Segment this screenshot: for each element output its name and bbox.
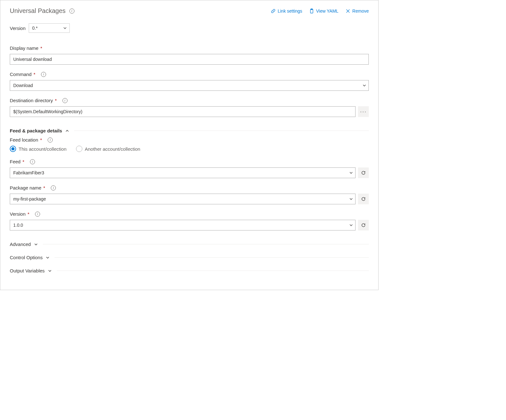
display-name-label: Display name *: [10, 45, 42, 51]
package-name-label: Package name *: [10, 185, 45, 190]
chevron-down-icon: [46, 256, 50, 260]
task-version-label: Version: [10, 26, 26, 31]
link-icon: [271, 9, 276, 14]
feed-select[interactable]: FabrikamFiber3: [10, 167, 356, 178]
info-icon[interactable]: i: [51, 185, 56, 190]
task-version-value: 0.*: [32, 26, 38, 31]
link-settings-button[interactable]: Link settings: [271, 9, 302, 14]
browse-button[interactable]: ···: [358, 106, 369, 117]
close-icon: [345, 9, 350, 14]
version-value: 1.0.0: [13, 223, 23, 228]
version-select[interactable]: 1.0.0: [10, 220, 356, 230]
package-name-value: my-first-package: [13, 196, 46, 201]
info-icon[interactable]: i: [41, 72, 46, 77]
chevron-down-icon: [362, 84, 366, 87]
refresh-icon: [361, 170, 366, 175]
destination-field: Destination directory * i ···: [10, 98, 369, 117]
section-control-options[interactable]: Control Options: [10, 251, 369, 264]
section-advanced[interactable]: Advanced: [10, 237, 369, 251]
radio-circle-icon: [76, 146, 82, 152]
command-value: Download: [13, 83, 33, 88]
display-name-field: Display name *: [10, 45, 369, 65]
section-advanced-label: Advanced: [10, 242, 31, 247]
version-label: Version *: [10, 211, 29, 217]
chevron-down-icon: [349, 197, 353, 201]
destination-input[interactable]: [10, 106, 356, 117]
remove-label: Remove: [352, 9, 369, 14]
radio-this-label: This account/collection: [19, 146, 67, 152]
view-yaml-label: View YAML: [316, 9, 338, 14]
task-version-row: Version 0.*: [10, 23, 369, 33]
section-rule: [43, 244, 369, 244]
radio-another-account[interactable]: Another account/collection: [76, 146, 140, 152]
feed-location-field: Feed location * i This account/collectio…: [10, 137, 369, 152]
display-name-input[interactable]: [10, 54, 369, 65]
info-icon[interactable]: i: [48, 137, 53, 143]
command-select[interactable]: Download: [10, 80, 369, 91]
feed-location-label: Feed location *: [10, 137, 42, 143]
collapsed-sections: Advanced Control Options Output Variable…: [10, 237, 369, 277]
section-output-variables-label: Output Variables: [10, 268, 45, 273]
ellipsis-icon: ···: [360, 109, 367, 114]
command-label: Command *: [10, 72, 35, 77]
feed-label: Feed *: [10, 159, 24, 164]
clipboard-icon: [309, 9, 314, 14]
feed-field: Feed * i FabrikamFiber3: [10, 159, 369, 178]
view-yaml-button[interactable]: View YAML: [309, 9, 338, 14]
link-settings-label: Link settings: [278, 9, 302, 14]
section-rule: [55, 257, 369, 258]
command-field: Command * i Download: [10, 72, 369, 91]
header-actions: Link settings View YAML Remove: [271, 9, 369, 14]
page-title: Universal Packages: [10, 7, 66, 15]
refresh-icon: [361, 196, 366, 201]
svg-rect-0: [310, 9, 313, 13]
info-icon[interactable]: i: [30, 159, 35, 164]
refresh-version-button[interactable]: [358, 220, 369, 230]
remove-button[interactable]: Remove: [345, 9, 369, 14]
title-wrap: Universal Packages i: [10, 7, 74, 15]
feed-value: FabrikamFiber3: [13, 170, 44, 175]
chevron-down-icon: [48, 269, 52, 273]
package-name-field: Package name * i my-first-package: [10, 185, 369, 204]
section-control-options-label: Control Options: [10, 255, 43, 260]
task-version-select[interactable]: 0.*: [29, 23, 70, 33]
section-feed-details[interactable]: Feed & package details: [10, 124, 369, 137]
header-row: Universal Packages i Link settings View …: [10, 7, 369, 15]
package-name-select[interactable]: my-first-package: [10, 194, 356, 204]
chevron-up-icon: [65, 129, 69, 133]
chevron-down-icon: [63, 26, 67, 30]
chevron-down-icon: [349, 223, 353, 227]
info-icon[interactable]: i: [35, 212, 40, 217]
section-feed-details-label: Feed & package details: [10, 128, 62, 133]
section-rule: [57, 271, 369, 271]
section-output-variables[interactable]: Output Variables: [10, 264, 369, 277]
info-icon[interactable]: i: [69, 9, 74, 14]
radio-another-label: Another account/collection: [85, 146, 140, 152]
refresh-feed-button[interactable]: [358, 167, 369, 178]
version-field: Version * i 1.0.0: [10, 211, 369, 230]
radio-circle-icon: [10, 146, 16, 152]
radio-this-account[interactable]: This account/collection: [10, 146, 67, 152]
section-rule: [74, 131, 369, 131]
chevron-down-icon: [34, 242, 38, 246]
task-config-panel: Universal Packages i Link settings View …: [0, 0, 379, 290]
refresh-icon: [361, 223, 366, 228]
destination-label: Destination directory *: [10, 98, 57, 103]
refresh-package-button[interactable]: [358, 194, 369, 204]
chevron-down-icon: [349, 171, 353, 175]
info-icon[interactable]: i: [62, 98, 68, 103]
